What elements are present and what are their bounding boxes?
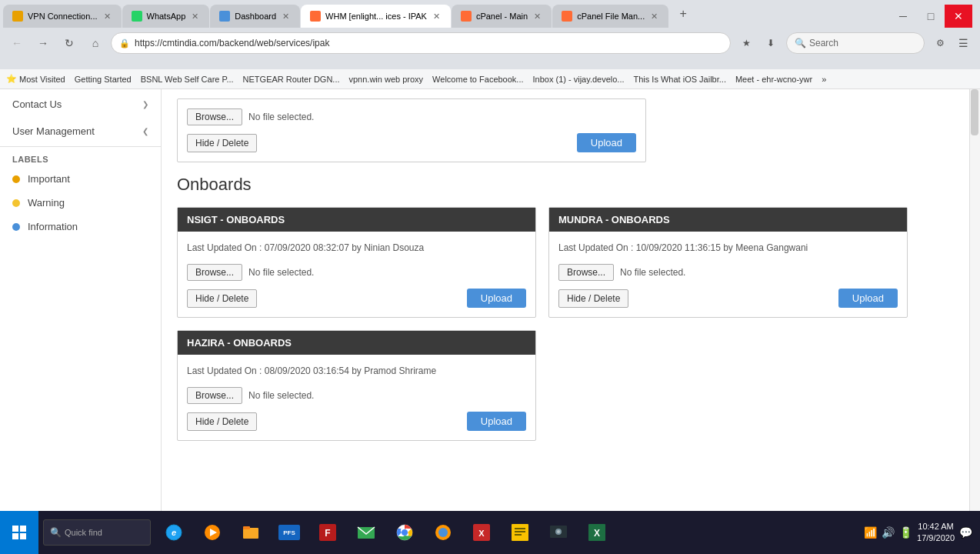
sidebar-item-information[interactable]: Information <box>0 215 161 239</box>
mundra-no-file-text: No file selected. <box>620 267 685 278</box>
tab-whm[interactable]: WHM [enlight... ices - IPAK ✕ <box>301 5 451 28</box>
bookmark-more[interactable]: » <box>822 75 826 84</box>
svg-point-18 <box>438 528 448 537</box>
sidebar-item-important[interactable]: Important <box>0 167 161 191</box>
refresh-button[interactable]: ↻ <box>58 32 80 54</box>
tab-close-vpn[interactable]: ✕ <box>102 10 112 23</box>
taskbar-chrome-button[interactable] <box>386 514 423 551</box>
bookmark-inbox[interactable]: Inbox (1) - vijay.develo... <box>533 75 625 84</box>
sidebar-section-user-mgmt: User Management ❮ <box>0 119 161 143</box>
file-manager-icon <box>240 522 262 543</box>
main-content: Browse... No file selected. Hide / Delet… <box>162 89 969 531</box>
top-upload-button[interactable]: Upload <box>577 133 636 152</box>
taskbar-excel-button[interactable]: X <box>578 514 615 551</box>
taskbar-firefox-button[interactable] <box>425 514 462 551</box>
taskbar-filezilla-button[interactable]: F <box>309 514 346 551</box>
search-bar[interactable]: 🔍 Search <box>786 32 925 54</box>
tab-close-cpanel1[interactable]: ✕ <box>532 10 542 23</box>
card-nsigt-header: NSIGT - ONBOARDS <box>178 208 535 232</box>
card-hazira-last-updated: Last Updated On : 08/09/2020 03:16:54 by… <box>187 364 526 378</box>
tab-close-whm[interactable]: ✕ <box>432 10 442 23</box>
bookmark-ios[interactable]: This Is What iOS Jailbr... <box>634 75 726 84</box>
notification-icon[interactable]: 💬 <box>959 526 972 539</box>
svg-rect-22 <box>515 528 525 529</box>
top-partial-card: Browse... No file selected. Hide / Delet… <box>177 98 646 162</box>
taskbar-scanpfs-button[interactable]: PFS <box>271 514 308 551</box>
bookmark-label: vpnn.win web proxy <box>349 75 424 84</box>
window-minimize-btn[interactable]: ─ <box>889 5 917 28</box>
svg-text:PFS: PFS <box>283 529 295 536</box>
bookmark-label: BSNL Web Self Care P... <box>141 75 234 84</box>
sidebar-item-user-management[interactable]: User Management ❮ <box>0 119 161 143</box>
start-button[interactable] <box>0 511 38 554</box>
address-bar[interactable]: 🔒 https://cmtindia.com/backend/web/servi… <box>111 32 731 54</box>
bookmark-facebook[interactable]: Welcome to Facebook... <box>432 75 523 84</box>
app-layout: Contact Us ❯ User Management ❮ LABELS Im… <box>0 89 980 531</box>
taskbar-ie-button[interactable]: e <box>155 514 192 551</box>
window-close-btn[interactable]: ✕ <box>945 5 972 28</box>
download-button[interactable]: ⬇ <box>760 32 782 54</box>
email-icon <box>355 522 377 543</box>
nsigt-file-row: Browse... No file selected. <box>187 264 526 281</box>
bookmark-label: Inbox (1) - vijay.develo... <box>533 75 625 84</box>
cards-grid: NSIGT - ONBOARDS Last Updated On : 07/09… <box>177 207 908 441</box>
tab-cpanel1[interactable]: cPanel - Main ✕ <box>452 5 552 28</box>
bookmark-vpnn[interactable]: vpnn.win web proxy <box>349 75 424 84</box>
ssl-lock-icon: 🔒 <box>119 38 130 48</box>
taskbar-media-button[interactable] <box>194 514 231 551</box>
svg-text:e: e <box>172 528 176 537</box>
bookmark-label: Meet - ehr-wcno-ywr <box>735 75 812 84</box>
bookmark-netgear[interactable]: NETGEAR Router DGN... <box>243 75 340 84</box>
tab-close-whatsapp[interactable]: ✕ <box>190 10 200 23</box>
mundra-hide-delete-button[interactable]: Hide / Delete <box>558 289 628 308</box>
bookmarks-button[interactable]: ★ <box>735 32 757 54</box>
sidebar-information-label: Information <box>28 221 148 232</box>
tab-dashboard[interactable]: Dashboard ✕ <box>210 5 300 28</box>
mundra-upload-button[interactable]: Upload <box>838 289 898 308</box>
address-bar-row: ← → ↻ ⌂ 🔒 https://cmtindia.com/backend/w… <box>0 28 980 58</box>
extensions-button[interactable]: ⚙ <box>929 32 951 54</box>
sidebar-item-contact-us[interactable]: Contact Us ❯ <box>0 92 161 116</box>
forward-button[interactable]: → <box>32 32 54 54</box>
sidebar-item-warning[interactable]: Warning <box>0 191 161 215</box>
nsigt-browse-button[interactable]: Browse... <box>187 264 242 281</box>
top-browse-button[interactable]: Browse... <box>187 108 242 125</box>
hazira-browse-button[interactable]: Browse... <box>187 387 242 404</box>
hazira-hide-delete-button[interactable]: Hide / Delete <box>187 412 257 431</box>
home-button[interactable]: ⌂ <box>85 32 106 54</box>
taskbar-notes-button[interactable] <box>502 514 538 551</box>
taskbar-files-button[interactable] <box>232 514 269 551</box>
tab-whatsapp[interactable]: WhatsApp ✕ <box>122 5 210 28</box>
taskbar-app7-button[interactable]: X <box>463 514 500 551</box>
top-hide-delete-button[interactable]: Hide / Delete <box>187 134 257 152</box>
nsigt-upload-button[interactable]: Upload <box>467 289 526 308</box>
quick-find-icon: 🔍 <box>50 527 62 538</box>
tab-close-cpanel2[interactable]: ✕ <box>649 10 659 23</box>
bookmark-most-visited[interactable]: ⭐ Most Visited <box>6 74 65 84</box>
back-button[interactable]: ← <box>6 32 28 54</box>
window-maximize-btn[interactable]: □ <box>917 5 945 28</box>
taskbar-time-text: 10:42 AM <box>917 521 955 532</box>
quick-find-bar[interactable]: 🔍 Quick find <box>43 519 151 546</box>
tab-vpn[interactable]: VPN Connection... ✕ <box>3 5 122 28</box>
bookmark-meet[interactable]: Meet - ehr-wcno-ywr <box>735 75 812 84</box>
network-icon: 📶 <box>864 526 877 539</box>
card-hazira: HAZIRA - ONBOARDS Last Updated On : 08/0… <box>177 330 536 441</box>
scrollbar[interactable] <box>969 89 980 531</box>
tab-cpanel2[interactable]: cPanel File Man... ✕ <box>552 5 668 28</box>
tab-close-dashboard[interactable]: ✕ <box>281 10 291 23</box>
bookmark-getting-started[interactable]: Getting Started <box>75 75 132 84</box>
new-tab-button[interactable]: + <box>672 3 694 25</box>
hazira-upload-button[interactable]: Upload <box>467 412 526 431</box>
taskbar-screenshot-button[interactable] <box>540 514 577 551</box>
nsigt-hide-delete-button[interactable]: Hide / Delete <box>187 289 257 308</box>
svg-rect-1 <box>20 526 26 532</box>
taskbar-clock[interactable]: 10:42 AM 17/9/2020 <box>917 521 955 545</box>
mundra-file-row: Browse... No file selected. <box>558 264 898 281</box>
bookmark-bsnl[interactable]: BSNL Web Self Care P... <box>141 75 234 84</box>
bookmark-label: Welcome to Facebook... <box>432 75 523 84</box>
menu-button[interactable]: ☰ <box>952 32 974 54</box>
mundra-browse-button[interactable]: Browse... <box>558 264 614 281</box>
taskbar-email-button[interactable] <box>348 514 385 551</box>
scroll-thumb[interactable] <box>971 89 978 135</box>
